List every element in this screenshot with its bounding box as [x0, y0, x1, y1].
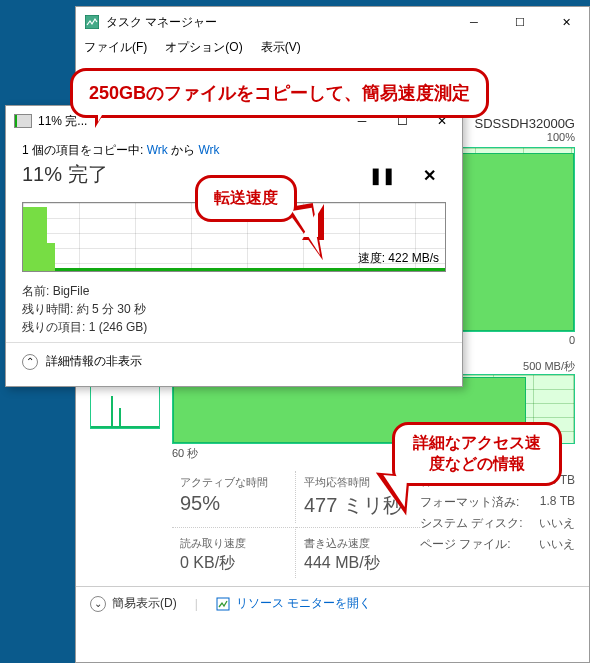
stat-avg-response: 平均応答時間 477 ミリ秒: [296, 471, 420, 523]
pause-button[interactable]: ❚❚: [369, 166, 395, 185]
copy-maximize-button[interactable]: ☐: [382, 106, 422, 136]
copy-progress-window: 11% 完... ─ ☐ ✕ 1 個の項目をコピー中: Wrk から Wrk 1…: [5, 105, 463, 387]
task-manager-footer: ⌄ 簡易表示(D) | リソース モニターを開く: [76, 586, 589, 620]
menu-options[interactable]: オプション(O): [165, 39, 242, 56]
cancel-button[interactable]: ✕: [423, 166, 436, 185]
copy-source-dest-line: 1 個の項目をコピー中: Wrk から Wrk: [22, 142, 446, 159]
minimize-button[interactable]: ─: [451, 7, 497, 37]
window-buttons: ─ ☐ ✕: [451, 7, 589, 37]
disk-info-table: 容量:1.8 TB フォーマット済み:1.8 TB システム ディスク:いいえ …: [420, 471, 575, 578]
menu-view[interactable]: 表示(V): [261, 39, 301, 56]
disk-model-name: SDSSDH32000G: [475, 116, 575, 131]
chevron-down-icon: ⌄: [90, 596, 106, 612]
stat-read-speed: 読み取り速度 0 KB/秒: [172, 527, 296, 578]
task-manager-titlebar[interactable]: タスク マネージャー ─ ☐ ✕: [76, 7, 589, 37]
copy-titlebar-text: 11% 完...: [38, 113, 87, 130]
copy-speed-readout: 速度: 422 MB/s: [358, 250, 439, 267]
stat-write-speed: 書き込み速度 444 MB/秒: [296, 527, 420, 578]
copy-dest-link[interactable]: Wrk: [198, 143, 219, 157]
menu-bar: ファイル(F) オプション(O) 表示(V): [76, 37, 589, 58]
task-manager-title: タスク マネージャー: [106, 14, 217, 31]
resource-monitor-icon: [216, 597, 230, 611]
copy-minimize-button[interactable]: ─: [342, 106, 382, 136]
open-resource-monitor-link[interactable]: リソース モニターを開く: [216, 595, 371, 612]
hide-details-toggle[interactable]: 詳細情報の非表示: [46, 353, 142, 370]
transfer-chart-max: 500 MB/秒: [523, 359, 575, 374]
stat-active-time: アクティブな時間 95%: [172, 471, 296, 523]
transfer-chart-time: 60 秒: [172, 446, 575, 461]
menu-file[interactable]: ファイル(F): [84, 39, 147, 56]
copy-source-link[interactable]: Wrk: [147, 143, 168, 157]
main-chart-min-label: 0: [569, 334, 575, 349]
copy-details: 名前: BigFile 残り時間: 約 5 分 30 秒 残りの項目: 1 (2…: [22, 282, 446, 336]
copy-titlebar[interactable]: 11% 完... ─ ☐ ✕: [6, 106, 462, 136]
copy-speed-chart: 速度: 422 MB/s: [22, 202, 446, 272]
chevron-up-icon[interactable]: ⌃: [22, 354, 38, 370]
copy-progress-icon: [14, 114, 32, 128]
simple-view-toggle[interactable]: ⌄ 簡易表示(D): [90, 595, 177, 612]
maximize-button[interactable]: ☐: [497, 7, 543, 37]
copy-close-button[interactable]: ✕: [422, 106, 462, 136]
close-button[interactable]: ✕: [543, 7, 589, 37]
task-manager-icon: [84, 14, 100, 30]
copy-footer: ⌃ 詳細情報の非表示: [6, 342, 462, 380]
